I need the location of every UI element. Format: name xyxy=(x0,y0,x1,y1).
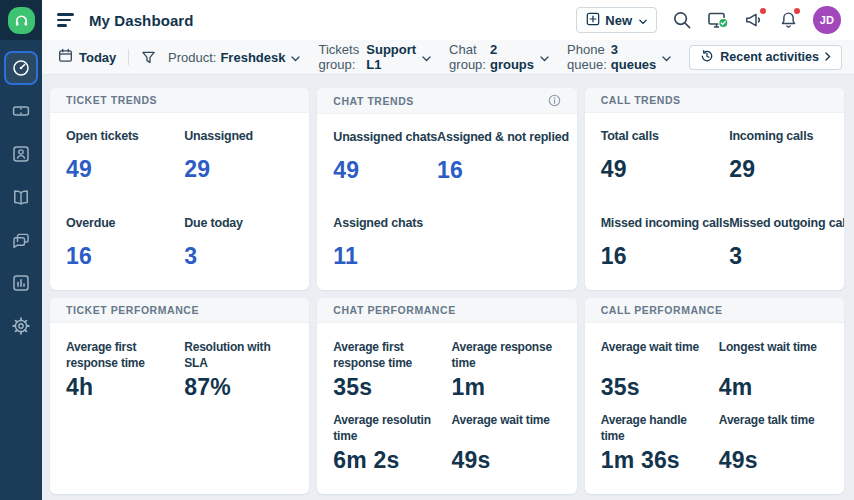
system-status-icon[interactable] xyxy=(707,10,729,30)
metric-unassigned-chats: Unassigned chats 49 xyxy=(333,130,437,184)
filter-funnel-icon[interactable] xyxy=(141,50,156,65)
sidebar-nav xyxy=(0,40,42,343)
metric-value: 49s xyxy=(719,447,828,474)
card-chat-performance: CHAT PERFORMANCE Average first response … xyxy=(317,298,576,494)
card-header: CALL PERFORMANCE xyxy=(585,298,844,323)
logo-cell[interactable] xyxy=(0,0,42,40)
speedometer-icon xyxy=(11,58,31,78)
metric-missed-outgoing-calls: Missed outgoing calls 3 xyxy=(729,216,844,270)
announcements-icon[interactable] xyxy=(744,10,764,30)
metric-avg-wait-time: Average wait time 49s xyxy=(452,412,561,474)
metric-avg-talk-time: Average talk time 49s xyxy=(719,412,828,474)
calendar-icon xyxy=(58,48,73,66)
metric-label: Open tickets xyxy=(66,129,184,143)
dashboard-grid: TICKET TRENDS Open tickets 49 Unassigned… xyxy=(42,75,854,500)
metric-label: Due today xyxy=(184,216,293,230)
metric-label: Unassigned chats xyxy=(333,130,437,144)
card-body: Average first response time 35s Average … xyxy=(317,323,576,494)
filter-product[interactable]: Product: Freshdesk xyxy=(168,49,300,65)
metric-value: 1m xyxy=(452,374,561,401)
filter-value: Support L1 xyxy=(366,42,416,72)
sidebar-item-tickets[interactable] xyxy=(4,94,38,128)
metric-label: Assigned & not replied xyxy=(437,130,569,144)
metric-missed-incoming-calls: Missed incoming calls 16 xyxy=(601,216,729,270)
metric-open-tickets: Open tickets 49 xyxy=(66,129,184,183)
card-title: CALL PERFORMANCE xyxy=(601,304,723,316)
metric-label: Incoming calls xyxy=(729,129,844,143)
metric-label: Average resolutin time xyxy=(333,412,451,445)
metric-avg-handle-time: Average handle time 1m 36s xyxy=(601,412,719,474)
sidebar-item-contacts[interactable] xyxy=(4,137,38,171)
metric-label: Average wait time xyxy=(452,412,561,445)
metric-label: Unassigned xyxy=(184,129,293,143)
notification-dot xyxy=(794,8,800,14)
notifications-bell-icon[interactable] xyxy=(779,10,798,30)
card-ticket-performance: TICKET PERFORMANCE Average first respons… xyxy=(50,298,309,494)
metric-label: Average response time xyxy=(452,339,561,372)
card-body: Total calls 49 Incoming calls 29 Missed … xyxy=(585,113,844,290)
chevron-down-icon xyxy=(639,13,647,28)
card-title: CALL TRENDS xyxy=(601,94,681,106)
metric-avg-first-response-time: Average first response time 4h xyxy=(66,339,184,401)
card-header: CHAT TRENDS xyxy=(317,88,576,114)
sidebar xyxy=(0,0,42,500)
topbar: My Dashboard New xyxy=(42,0,854,40)
chevron-down-icon xyxy=(662,50,671,65)
main-area: My Dashboard New xyxy=(42,0,854,500)
metric-label: Average handle time xyxy=(601,412,719,445)
recent-activities-button[interactable]: Recent activities xyxy=(689,45,842,70)
metric-value: 16 xyxy=(437,157,569,184)
metric-value: 6m 2s xyxy=(333,447,451,474)
ticket-icon xyxy=(11,101,31,121)
sidebar-item-dashboard[interactable] xyxy=(4,51,38,85)
card-body: Average first response time 4h Resolutio… xyxy=(50,323,309,494)
metric-avg-wait-time: Average wait time 35s xyxy=(601,339,719,401)
metric-total-calls: Total calls 49 xyxy=(601,129,729,183)
metric-label: Average first response time xyxy=(66,339,184,372)
card-header: CHAT PERFORMANCE xyxy=(317,298,576,323)
filter-phone-queue[interactable]: Phone queue: 3 queues xyxy=(567,42,671,72)
chevron-right-icon xyxy=(825,50,831,64)
sidebar-item-settings[interactable] xyxy=(4,309,38,343)
sidebar-item-chats[interactable] xyxy=(4,223,38,257)
metric-value: 35s xyxy=(601,374,719,401)
book-icon xyxy=(11,187,31,207)
date-range-selector[interactable]: Today xyxy=(58,48,116,66)
metric-value: 16 xyxy=(601,243,729,270)
metric-value: 29 xyxy=(184,156,293,183)
card-body: Unassigned chats 49 Assigned & not repli… xyxy=(317,114,576,290)
chevron-down-icon xyxy=(291,50,300,65)
info-icon[interactable] xyxy=(548,94,561,107)
search-icon[interactable] xyxy=(672,10,692,30)
metric-resolution-with-sla: Resolution with SLA 87% xyxy=(184,339,293,401)
card-title: CHAT TRENDS xyxy=(333,95,414,107)
metric-label: Overdue xyxy=(66,216,184,230)
new-button-label: New xyxy=(605,13,632,28)
sidebar-item-solutions[interactable] xyxy=(4,180,38,214)
metric-value: 87% xyxy=(184,374,293,401)
filter-value: Freshdesk xyxy=(220,50,285,65)
card-body: Open tickets 49 Unassigned 29 Overdue 16… xyxy=(50,113,309,290)
filter-chat-group[interactable]: Chat group: 2 groups xyxy=(449,42,549,72)
filter-label: Chat group: xyxy=(449,42,486,72)
chevron-down-icon xyxy=(540,50,549,65)
card-chat-trends: CHAT TRENDS Unassigned chats 49 xyxy=(317,88,576,290)
metric-assigned-chats: Assigned chats 11 xyxy=(333,216,437,270)
topbar-actions: New xyxy=(576,6,841,34)
avatar[interactable]: JD xyxy=(813,6,841,34)
metric-avg-resolution-time: Average resolutin time 6m 2s xyxy=(333,412,451,474)
metric-value: 4m xyxy=(719,374,828,401)
card-ticket-trends: TICKET TRENDS Open tickets 49 Unassigned… xyxy=(50,88,309,290)
contact-card-icon xyxy=(11,144,31,164)
sidebar-item-analytics[interactable] xyxy=(4,266,38,300)
metric-label: Resolution with SLA xyxy=(184,339,293,372)
menu-icon[interactable] xyxy=(57,13,74,26)
new-button[interactable]: New xyxy=(576,7,657,33)
card-header: CALL TRENDS xyxy=(585,88,844,113)
card-call-trends: CALL TRENDS Total calls 49 Incoming call… xyxy=(585,88,844,290)
recent-activities-label: Recent activities xyxy=(720,50,819,64)
filter-tickets-group[interactable]: Tickets group: Support L1 xyxy=(318,42,431,72)
card-body: Average wait time 35s Longest wait time … xyxy=(585,323,844,494)
metric-assigned-not-replied: Assigned & not replied 16 xyxy=(437,130,569,184)
metric-value: 35s xyxy=(333,374,451,401)
